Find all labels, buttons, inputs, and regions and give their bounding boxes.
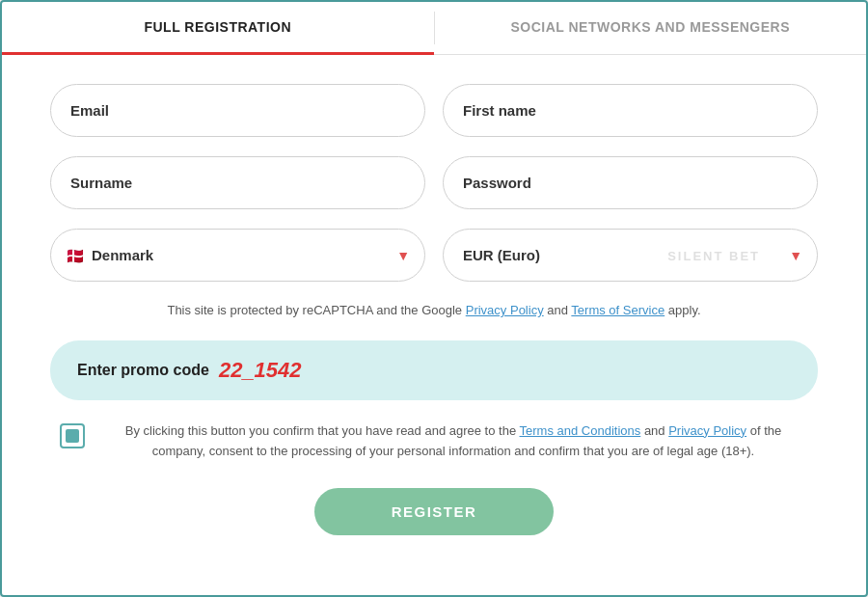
currency-select[interactable]: EUR (Euro) [443,229,818,282]
terms-checkbox-row: By clicking this button you confirm that… [50,421,818,462]
terms-text: By clicking this button you confirm that… [98,421,808,462]
terms-checkbox[interactable] [60,423,85,448]
privacy-policy-link[interactable]: Privacy Policy [466,303,544,317]
country-select[interactable]: Denmark [50,229,425,282]
form-row-3: 🇩🇰 Denmark ▼ EUR (Euro) ▼ SILENT BET [50,229,818,282]
recaptcha-text-middle: and [547,303,571,317]
terms-text-before: By clicking this button you confirm that… [125,423,516,438]
form-row-1 [50,84,818,137]
email-field[interactable] [50,84,425,137]
promo-label: Enter promo code [77,362,209,379]
terms-conditions-link[interactable]: Terms and Conditions [520,423,641,438]
recaptcha-text-after: apply. [668,303,701,317]
firstname-field[interactable] [443,84,818,137]
terms-of-service-link[interactable]: Terms of Service [571,303,665,317]
privacy-policy-link-2[interactable]: Privacy Policy [668,423,746,438]
tab-full-registration[interactable]: FULL REGISTRATION [2,2,434,55]
promo-code-box[interactable]: Enter promo code 22_1542 [50,340,818,400]
registration-modal: FULL REGISTRATION SOCIAL NETWORKS AND ME… [0,0,868,597]
country-select-wrapper: 🇩🇰 Denmark ▼ [50,229,425,282]
currency-select-wrapper: EUR (Euro) ▼ SILENT BET [443,229,818,282]
tabs-container: FULL REGISTRATION SOCIAL NETWORKS AND ME… [2,2,866,55]
tab-social-networks[interactable]: SOCIAL NETWORKS AND MESSENGERS [435,2,867,54]
form-row-2 [50,156,818,209]
promo-code-value: 22_1542 [219,358,302,383]
surname-field[interactable] [50,156,425,209]
password-field[interactable] [443,156,818,209]
terms-text-middle: and [644,423,668,438]
recaptcha-notice: This site is protected by reCAPTCHA and … [50,301,818,321]
recaptcha-text-before: This site is protected by reCAPTCHA and … [167,303,462,317]
form-content: 🇩🇰 Denmark ▼ EUR (Euro) ▼ SILENT BET Thi… [2,55,866,574]
checkbox-checked-icon [66,429,79,443]
register-section: REGISTER [50,488,818,535]
register-button[interactable]: REGISTER [314,488,555,535]
